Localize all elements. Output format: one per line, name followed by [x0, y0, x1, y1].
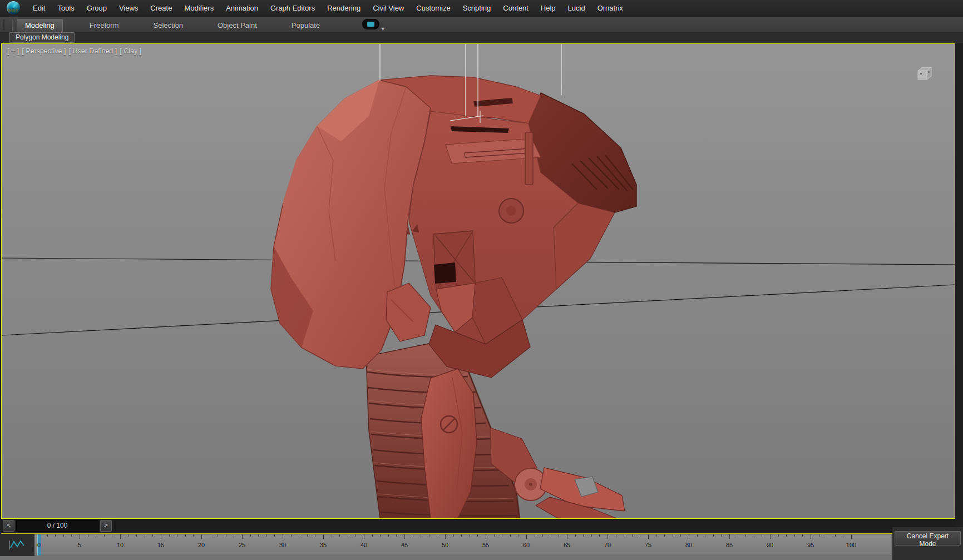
max-logo-text: MAX	[8, 8, 18, 13]
ruler-tick	[307, 534, 308, 537]
ruler-tick	[315, 534, 315, 537]
time-slider-handle[interactable]: 0 / 100	[16, 520, 98, 532]
ribbon-tab-selection[interactable]: Selection	[146, 19, 191, 32]
viewport-canvas[interactable]	[2, 44, 955, 518]
polygon-modeling-panel-tab[interactable]: Polygon Modeling	[9, 32, 75, 43]
ruler-tick	[242, 534, 243, 539]
viewport-label-part-2[interactable]: [ User Defined ]	[68, 47, 117, 55]
ruler-number-90: 90	[767, 542, 773, 548]
chevron-down-icon[interactable]: ▾	[382, 27, 384, 32]
ruler-tick	[680, 534, 681, 537]
ruler-tick	[843, 534, 843, 537]
ruler-tick	[210, 534, 210, 537]
ruler-tick	[380, 534, 381, 537]
ruler-number-45: 45	[401, 542, 408, 548]
ruler-tick	[413, 534, 413, 537]
ruler-tick	[510, 534, 511, 537]
ruler-number-75: 75	[645, 542, 651, 548]
menu-item-edit[interactable]: Edit	[27, 0, 51, 17]
ruler-tick	[396, 534, 397, 537]
ruler-number-35: 35	[320, 542, 327, 548]
ruler-tick	[786, 534, 787, 537]
menu-item-views[interactable]: Views	[113, 0, 144, 17]
next-frame-button[interactable]: >	[100, 520, 112, 532]
ruler-tick	[738, 534, 738, 537]
previous-frame-button[interactable]: <	[3, 520, 14, 532]
ruler-tick	[88, 534, 88, 537]
ruler-tick	[770, 534, 771, 539]
ruler-tick	[55, 534, 56, 537]
ruler-tick	[583, 534, 584, 537]
ruler-tick	[778, 534, 779, 537]
ruler-tick	[169, 534, 170, 537]
ruler-tick	[104, 534, 105, 537]
ribbon-overflow-button[interactable]	[362, 19, 379, 29]
ribbon-grip[interactable]	[3, 19, 13, 31]
menu-item-graph-editors[interactable]: Graph Editors	[264, 0, 321, 17]
ribbon-tab-object-paint[interactable]: Object Paint	[210, 19, 265, 32]
menu-item-rendering[interactable]: Rendering	[321, 0, 367, 17]
menu-item-modifiers[interactable]: Modifiers	[178, 0, 220, 17]
ruler-tick	[729, 534, 730, 539]
ribbon-tab-populate[interactable]: Populate	[284, 19, 328, 32]
ruler-number-85: 85	[726, 542, 733, 548]
mini-curve-editor-button[interactable]	[0, 534, 35, 556]
ruler-tick	[567, 534, 567, 539]
menu-item-lucid[interactable]: Lucid	[562, 0, 591, 17]
ruler-tick	[551, 534, 551, 537]
ruler-tick	[145, 534, 145, 537]
ruler-tick	[705, 534, 705, 537]
ruler-tick	[299, 534, 299, 537]
ruler-tick	[250, 534, 251, 537]
ruler-tick	[656, 534, 657, 537]
ruler-tick	[339, 534, 340, 537]
ruler-tick	[348, 534, 348, 537]
menu-item-group[interactable]: Group	[81, 0, 113, 17]
viewcube-icon[interactable]	[915, 64, 937, 83]
time-slider-track[interactable]	[115, 521, 952, 531]
menu-item-customize[interactable]: Customize	[410, 0, 456, 17]
ruler-number-95: 95	[807, 542, 814, 548]
ruler-tick	[120, 534, 121, 539]
cancel-expert-mode-button[interactable]: Cancel Expert Mode	[895, 531, 961, 546]
ruler-tick	[648, 534, 649, 539]
menu-item-scripting[interactable]: Scripting	[457, 0, 497, 17]
menu-item-civil-view[interactable]: Civil View	[367, 0, 410, 17]
ruler-tick	[575, 534, 576, 537]
ruler-tick	[437, 534, 437, 537]
ruler-tick	[535, 534, 535, 537]
ruler-tick	[445, 534, 446, 539]
ruler-tick	[494, 534, 495, 537]
ruler-tick	[266, 534, 267, 537]
ruler-tick	[502, 534, 502, 537]
ruler-tick	[477, 534, 478, 537]
ribbon-tab-freeform[interactable]: Freeform	[82, 19, 127, 32]
perspective-viewport[interactable]: [ + ][ Perspective ][ User Defined ][ Cl…	[1, 43, 955, 519]
ruler-tick	[274, 534, 275, 537]
app-logo[interactable]: MAX	[0, 0, 27, 17]
viewport-label-part-0[interactable]: [ + ]	[7, 47, 19, 55]
menu-item-create[interactable]: Create	[144, 0, 178, 17]
ruler-number-10: 10	[117, 542, 124, 548]
menu-bar-items: EditToolsGroupViewsCreateModifiersAnimat…	[27, 0, 629, 17]
viewport-label-part-3[interactable]: [ Clay ]	[120, 47, 141, 55]
ruler-number-70: 70	[604, 542, 611, 548]
ruler-tick	[136, 534, 137, 537]
ruler-tick	[372, 534, 373, 537]
menu-item-help[interactable]: Help	[535, 0, 562, 17]
track-bar[interactable]: 0510152025303540455055606570758085909510…	[34, 534, 891, 556]
viewport-label-part-1[interactable]: [ Perspective ]	[22, 47, 66, 55]
menu-item-ornatrix[interactable]: Ornatrix	[591, 0, 629, 17]
menu-item-animation[interactable]: Animation	[220, 0, 264, 17]
ribbon-tab-modeling[interactable]: Modeling	[17, 19, 63, 32]
ruler-tick	[404, 534, 405, 539]
ruler-tick	[96, 534, 96, 537]
ruler-number-40: 40	[360, 542, 367, 548]
ruler-tick	[461, 534, 462, 537]
menu-item-tools[interactable]: Tools	[51, 0, 80, 17]
ruler-tick	[161, 534, 161, 539]
ribbon-tab-bar: ModelingFreeformSelectionObject PaintPop…	[0, 17, 963, 32]
ruler-number-100: 100	[846, 542, 856, 548]
menu-item-content[interactable]: Content	[497, 0, 535, 17]
time-slider-bar: < 0 / 100 >	[1, 519, 955, 534]
